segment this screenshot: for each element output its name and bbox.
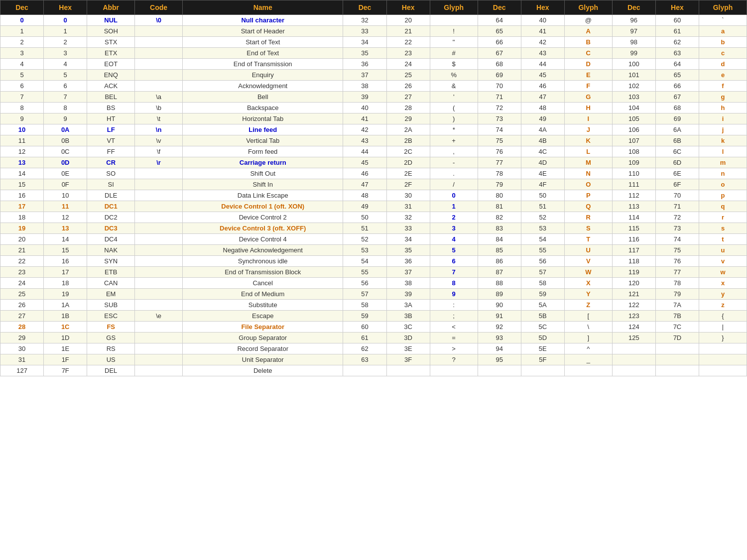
cell-hex3: 52 <box>521 212 564 223</box>
cell-dec1: 29 <box>0 333 44 343</box>
cell-dec1: 4 <box>0 59 44 70</box>
cell-hex3: 58 <box>521 278 564 289</box>
table-row: 261ASUBSubstitute583A:905AZ1227Az <box>0 300 747 311</box>
cell-hex1: 17 <box>44 267 87 278</box>
cell-dec4: 121 <box>612 289 655 300</box>
cell-glyph4 <box>699 343 747 354</box>
cell-glyph3: B <box>564 37 612 48</box>
cell-glyph4: m <box>699 157 747 168</box>
cell-dec2: 59 <box>343 311 386 322</box>
cell-code <box>135 245 183 256</box>
cell-dec1: 31 <box>0 354 44 365</box>
cell-hex1: 12 <box>44 212 87 223</box>
cell-code <box>135 322 183 333</box>
col-header-dec2: Dec <box>343 0 386 15</box>
cell-abbr: EOT <box>87 59 135 70</box>
cell-code <box>135 300 183 311</box>
cell-hex3: 49 <box>521 113 564 124</box>
cell-dec1: 6 <box>0 81 44 92</box>
cell-hex4: 7B <box>655 311 699 322</box>
cell-hex4: 73 <box>655 223 699 234</box>
cell-code <box>135 354 183 365</box>
col-header-code: Code <box>135 0 183 15</box>
cell-dec1: 1 <box>0 26 44 37</box>
cell-dec1: 15 <box>0 179 44 190</box>
cell-dec3: 64 <box>478 15 521 26</box>
table-row: 2014DC4Device Control 4523448454T11674t <box>0 234 747 245</box>
cell-name: Negative Acknowledgement <box>183 245 343 256</box>
cell-glyph2: . <box>430 168 478 179</box>
cell-glyph2: ! <box>430 26 478 37</box>
cell-hex3: 44 <box>521 59 564 70</box>
table-row: 33ETXEnd of Text3523#6743C9963c <box>0 48 747 59</box>
cell-glyph4: z <box>699 300 747 311</box>
cell-glyph4: a <box>699 26 747 37</box>
cell-name: Delete <box>183 365 343 376</box>
cell-glyph4: h <box>699 103 747 113</box>
cell-glyph4: u <box>699 245 747 256</box>
cell-dec2: 50 <box>343 212 386 223</box>
cell-hex2: 31 <box>386 201 430 212</box>
cell-hex1: 1E <box>44 343 87 354</box>
cell-abbr: NUL <box>87 15 135 26</box>
table-row: 150FSIShift In472F/794FO1116Fo <box>0 179 747 190</box>
cell-code: \b <box>135 103 183 113</box>
table-row: 140ESOShift Out462E.784EN1106En <box>0 168 747 179</box>
cell-glyph4: f <box>699 81 747 92</box>
cell-dec1: 30 <box>0 343 44 354</box>
cell-dec2: 54 <box>343 256 386 267</box>
table-row: 99HT\tHorizontal Tab4129)7349I10569i <box>0 113 747 124</box>
cell-glyph4: c <box>699 48 747 59</box>
cell-glyph3: P <box>564 190 612 201</box>
cell-dec4: 119 <box>612 267 655 278</box>
cell-abbr: BS <box>87 103 135 113</box>
cell-glyph3: O <box>564 179 612 190</box>
cell-abbr: FF <box>87 146 135 157</box>
cell-dec2: 35 <box>343 48 386 59</box>
cell-dec1: 23 <box>0 267 44 278</box>
cell-code <box>135 26 183 37</box>
cell-glyph2: 1 <box>430 201 478 212</box>
cell-dec3: 85 <box>478 245 521 256</box>
cell-dec1: 17 <box>0 201 44 212</box>
table-row: 2317ETBEnd of Transmission Block55377875… <box>0 267 747 278</box>
cell-dec2: 34 <box>343 37 386 48</box>
cell-code: \n <box>135 124 183 135</box>
cell-dec1: 5 <box>0 70 44 81</box>
cell-hex2: 2B <box>386 135 430 146</box>
cell-hex2 <box>386 365 430 376</box>
cell-name: File Separator <box>183 322 343 333</box>
cell-dec3: 73 <box>478 113 521 124</box>
cell-dec1: 20 <box>0 234 44 245</box>
cell-abbr: DC3 <box>87 223 135 234</box>
cell-code <box>135 168 183 179</box>
cell-glyph3: R <box>564 212 612 223</box>
cell-dec4 <box>612 354 655 365</box>
cell-dec3 <box>478 365 521 376</box>
table-row: 120CFF\fForm feed442C,764CL1086Cl <box>0 146 747 157</box>
cell-dec2: 60 <box>343 322 386 333</box>
cell-glyph3: J <box>564 124 612 135</box>
cell-dec4: 106 <box>612 124 655 135</box>
cell-dec3: 78 <box>478 168 521 179</box>
cell-hex2: 38 <box>386 278 430 289</box>
cell-dec2: 32 <box>343 15 386 26</box>
cell-abbr: DC2 <box>87 212 135 223</box>
cell-hex4: 66 <box>655 81 699 92</box>
cell-hex2: 32 <box>386 212 430 223</box>
cell-code <box>135 365 183 376</box>
cell-dec2: 58 <box>343 300 386 311</box>
cell-abbr: ENQ <box>87 70 135 81</box>
cell-glyph2: $ <box>430 59 478 70</box>
cell-dec1: 12 <box>0 146 44 157</box>
cell-glyph4: r <box>699 212 747 223</box>
cell-code: \f <box>135 146 183 157</box>
cell-glyph2: 0 <box>430 190 478 201</box>
cell-code: \0 <box>135 15 183 26</box>
cell-abbr: VT <box>87 135 135 146</box>
table-row: 1812DC2Device Control 2503228252R11472r <box>0 212 747 223</box>
cell-dec1: 24 <box>0 278 44 289</box>
cell-abbr: DEL <box>87 365 135 376</box>
table-row: 100ALF\nLine feed422A*744AJ1066Aj <box>0 124 747 135</box>
cell-dec4: 120 <box>612 278 655 289</box>
